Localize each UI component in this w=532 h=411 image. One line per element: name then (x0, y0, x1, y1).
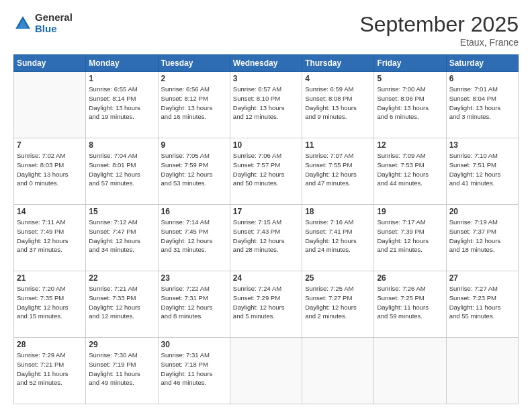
calendar-cell: 5Sunrise: 7:00 AM Sunset: 8:06 PM Daylig… (374, 72, 446, 138)
calendar-cell: 6Sunrise: 7:01 AM Sunset: 8:04 PM Daylig… (446, 72, 518, 138)
title-block: September 2025 Etaux, France (359, 12, 519, 48)
day-info: Sunrise: 7:27 AM Sunset: 7:23 PM Dayligh… (449, 284, 515, 321)
logo-blue-text: Blue (35, 24, 73, 35)
day-info: Sunrise: 7:21 AM Sunset: 7:33 PM Dayligh… (89, 284, 154, 321)
calendar-cell: 11Sunrise: 7:07 AM Sunset: 7:55 PM Dayli… (302, 138, 374, 205)
month-title: September 2025 (359, 12, 519, 37)
calendar-cell (230, 338, 302, 404)
day-number: 16 (161, 207, 227, 216)
day-number: 1 (89, 74, 154, 83)
weekday-header-row: SundayMondayTuesdayWednesdayThursdayFrid… (14, 55, 519, 72)
calendar-cell (374, 338, 446, 404)
calendar-cell (302, 338, 374, 404)
calendar-cell: 16Sunrise: 7:14 AM Sunset: 7:45 PM Dayli… (158, 205, 230, 271)
logo-icon (13, 14, 32, 33)
calendar-cell: 9Sunrise: 7:05 AM Sunset: 7:59 PM Daylig… (158, 138, 230, 205)
weekday-header-saturday: Saturday (446, 55, 518, 72)
calendar-cell (446, 338, 518, 404)
day-info: Sunrise: 6:57 AM Sunset: 8:10 PM Dayligh… (233, 85, 299, 122)
day-number: 28 (17, 340, 83, 349)
weekday-header-thursday: Thursday (302, 55, 374, 72)
calendar-cell: 24Sunrise: 7:24 AM Sunset: 7:29 PM Dayli… (230, 271, 302, 338)
weekday-header-friday: Friday (374, 55, 446, 72)
calendar-cell: 13Sunrise: 7:10 AM Sunset: 7:51 PM Dayli… (446, 138, 518, 205)
day-info: Sunrise: 7:16 AM Sunset: 7:41 PM Dayligh… (305, 218, 371, 255)
day-info: Sunrise: 7:09 AM Sunset: 7:53 PM Dayligh… (377, 151, 443, 188)
day-number: 5 (377, 74, 443, 83)
day-info: Sunrise: 7:20 AM Sunset: 7:35 PM Dayligh… (17, 284, 83, 321)
calendar-cell: 2Sunrise: 6:56 AM Sunset: 8:12 PM Daylig… (158, 72, 230, 138)
calendar-cell: 7Sunrise: 7:02 AM Sunset: 8:03 PM Daylig… (14, 138, 86, 205)
calendar-cell: 3Sunrise: 6:57 AM Sunset: 8:10 PM Daylig… (230, 72, 302, 138)
day-number: 21 (17, 273, 83, 283)
header: General Blue September 2025 Etaux, Franc… (13, 12, 519, 48)
day-number: 22 (89, 273, 154, 283)
calendar-cell: 26Sunrise: 7:26 AM Sunset: 7:25 PM Dayli… (374, 271, 446, 338)
day-number: 7 (17, 140, 83, 150)
calendar-cell: 14Sunrise: 7:11 AM Sunset: 7:49 PM Dayli… (14, 205, 86, 271)
calendar-cell: 10Sunrise: 7:06 AM Sunset: 7:57 PM Dayli… (230, 138, 302, 205)
calendar-cell: 1Sunrise: 6:55 AM Sunset: 8:14 PM Daylig… (86, 72, 158, 138)
day-number: 19 (377, 207, 443, 216)
day-info: Sunrise: 7:07 AM Sunset: 7:55 PM Dayligh… (305, 151, 371, 188)
day-info: Sunrise: 7:01 AM Sunset: 8:04 PM Dayligh… (449, 85, 515, 122)
day-info: Sunrise: 7:05 AM Sunset: 7:59 PM Dayligh… (161, 151, 227, 188)
day-number: 2 (161, 74, 227, 83)
calendar-cell: 21Sunrise: 7:20 AM Sunset: 7:35 PM Dayli… (14, 271, 86, 338)
weekday-header-wednesday: Wednesday (230, 55, 302, 72)
day-number: 20 (449, 207, 515, 216)
weekday-header-sunday: Sunday (14, 55, 86, 72)
day-number: 26 (377, 273, 443, 283)
day-info: Sunrise: 7:06 AM Sunset: 7:57 PM Dayligh… (233, 151, 299, 188)
day-info: Sunrise: 7:26 AM Sunset: 7:25 PM Dayligh… (377, 284, 443, 321)
calendar-cell: 30Sunrise: 7:31 AM Sunset: 7:18 PM Dayli… (158, 338, 230, 404)
calendar-table: SundayMondayTuesdayWednesdayThursdayFrid… (13, 54, 519, 404)
day-info: Sunrise: 7:02 AM Sunset: 8:03 PM Dayligh… (17, 151, 83, 188)
day-info: Sunrise: 7:29 AM Sunset: 7:21 PM Dayligh… (17, 351, 83, 387)
day-number: 18 (305, 207, 371, 216)
day-number: 6 (449, 74, 515, 83)
week-row-1: 7Sunrise: 7:02 AM Sunset: 8:03 PM Daylig… (14, 138, 519, 205)
day-number: 4 (305, 74, 371, 83)
day-number: 10 (233, 140, 299, 150)
day-info: Sunrise: 7:11 AM Sunset: 7:49 PM Dayligh… (17, 218, 83, 255)
day-info: Sunrise: 7:10 AM Sunset: 7:51 PM Dayligh… (449, 151, 515, 188)
day-info: Sunrise: 7:25 AM Sunset: 7:27 PM Dayligh… (305, 284, 371, 321)
day-info: Sunrise: 7:19 AM Sunset: 7:37 PM Dayligh… (449, 218, 515, 255)
logo-text: General Blue (35, 12, 73, 34)
day-info: Sunrise: 7:22 AM Sunset: 7:31 PM Dayligh… (161, 284, 227, 321)
day-number: 23 (161, 273, 227, 283)
day-number: 14 (17, 207, 83, 216)
calendar-cell: 15Sunrise: 7:12 AM Sunset: 7:47 PM Dayli… (86, 205, 158, 271)
day-number: 30 (161, 340, 227, 349)
logo: General Blue (13, 12, 73, 34)
calendar-cell: 29Sunrise: 7:30 AM Sunset: 7:19 PM Dayli… (86, 338, 158, 404)
day-info: Sunrise: 6:55 AM Sunset: 8:14 PM Dayligh… (89, 85, 154, 122)
day-number: 3 (233, 74, 299, 83)
calendar-cell: 25Sunrise: 7:25 AM Sunset: 7:27 PM Dayli… (302, 271, 374, 338)
day-info: Sunrise: 7:04 AM Sunset: 8:01 PM Dayligh… (89, 151, 154, 188)
location: Etaux, France (359, 37, 519, 48)
day-info: Sunrise: 7:15 AM Sunset: 7:43 PM Dayligh… (233, 218, 299, 255)
day-info: Sunrise: 7:24 AM Sunset: 7:29 PM Dayligh… (233, 284, 299, 321)
calendar-cell: 23Sunrise: 7:22 AM Sunset: 7:31 PM Dayli… (158, 271, 230, 338)
day-number: 17 (233, 207, 299, 216)
calendar-cell (14, 72, 86, 138)
calendar-cell: 22Sunrise: 7:21 AM Sunset: 7:33 PM Dayli… (86, 271, 158, 338)
week-row-2: 14Sunrise: 7:11 AM Sunset: 7:49 PM Dayli… (14, 205, 519, 271)
calendar-cell: 8Sunrise: 7:04 AM Sunset: 8:01 PM Daylig… (86, 138, 158, 205)
calendar-cell: 12Sunrise: 7:09 AM Sunset: 7:53 PM Dayli… (374, 138, 446, 205)
day-number: 24 (233, 273, 299, 283)
week-row-0: 1Sunrise: 6:55 AM Sunset: 8:14 PM Daylig… (14, 72, 519, 138)
day-number: 29 (89, 340, 154, 349)
day-number: 11 (305, 140, 371, 150)
day-number: 25 (305, 273, 371, 283)
day-info: Sunrise: 6:59 AM Sunset: 8:08 PM Dayligh… (305, 85, 371, 122)
day-info: Sunrise: 6:56 AM Sunset: 8:12 PM Dayligh… (161, 85, 227, 122)
page: General Blue September 2025 Etaux, Franc… (0, 0, 532, 411)
calendar-cell: 27Sunrise: 7:27 AM Sunset: 7:23 PM Dayli… (446, 271, 518, 338)
calendar-cell: 18Sunrise: 7:16 AM Sunset: 7:41 PM Dayli… (302, 205, 374, 271)
calendar-cell: 28Sunrise: 7:29 AM Sunset: 7:21 PM Dayli… (14, 338, 86, 404)
calendar-cell: 19Sunrise: 7:17 AM Sunset: 7:39 PM Dayli… (374, 205, 446, 271)
weekday-header-monday: Monday (86, 55, 158, 72)
